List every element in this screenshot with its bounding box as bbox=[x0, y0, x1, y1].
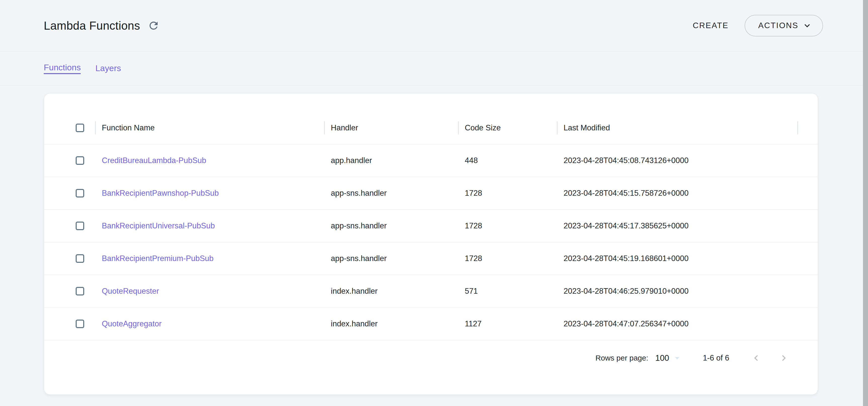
last-modified-cell: 2023-04-28T04:45:17.385625+0000 bbox=[558, 210, 798, 242]
refresh-icon bbox=[148, 20, 160, 32]
select-all-checkbox[interactable] bbox=[76, 124, 84, 132]
rows-per-page-select[interactable]: 100 bbox=[655, 352, 683, 364]
row-checkbox-cell bbox=[64, 242, 96, 275]
row-checkbox-cell bbox=[64, 308, 96, 340]
row-checkbox[interactable] bbox=[76, 189, 84, 198]
chevron-left-icon bbox=[750, 352, 762, 364]
function-name-link[interactable]: BankRecipientPremium-PubSub bbox=[102, 254, 214, 263]
table-body: CreditBureauLambda-PubSub app.handler 44… bbox=[44, 144, 818, 340]
actions-button-label: ACTIONS bbox=[758, 21, 798, 30]
last-modified-cell: 2023-04-28T04:45:08.743126+0000 bbox=[558, 144, 798, 177]
function-name-link[interactable]: BankRecipientUniversal-PubSub bbox=[102, 221, 215, 230]
function-name-link[interactable]: QuoteAggregator bbox=[102, 319, 162, 328]
handler-cell: app-sns.handler bbox=[325, 177, 459, 209]
handler-cell: app.handler bbox=[325, 144, 459, 177]
code-size-cell: 448 bbox=[459, 144, 558, 177]
function-name-link[interactable]: CreditBureauLambda-PubSub bbox=[102, 156, 206, 165]
column-header-handler[interactable]: Handler bbox=[325, 112, 459, 144]
last-modified-cell: 2023-04-28T04:47:07.256347+0000 bbox=[558, 308, 798, 340]
refresh-button[interactable] bbox=[148, 20, 160, 32]
tab-layers[interactable]: Layers bbox=[95, 63, 121, 73]
table-row: CreditBureauLambda-PubSub app.handler 44… bbox=[44, 144, 818, 177]
functions-table: Function Name Handler Code Size Last Mod… bbox=[44, 112, 818, 340]
app-header: Lambda Functions CREATE ACTIONS bbox=[0, 0, 868, 52]
actions-button[interactable]: ACTIONS bbox=[745, 15, 823, 36]
row-checkbox-cell bbox=[64, 144, 96, 177]
table-row: QuoteAggregator index.handler 1127 2023-… bbox=[44, 308, 818, 340]
table-row: BankRecipientPawnshop-PubSub app-sns.han… bbox=[44, 177, 818, 210]
page-title: Lambda Functions bbox=[44, 19, 140, 32]
select-dropdown-icon bbox=[669, 352, 683, 364]
column-header-last-modified[interactable]: Last Modified bbox=[558, 112, 798, 144]
previous-page-button[interactable] bbox=[747, 349, 765, 367]
table-header-row: Function Name Handler Code Size Last Mod… bbox=[44, 112, 818, 144]
column-header-function-name[interactable]: Function Name bbox=[96, 112, 325, 144]
table-row: BankRecipientPremium-PubSub app-sns.hand… bbox=[44, 242, 818, 275]
function-name-link[interactable]: QuoteRequester bbox=[102, 287, 159, 296]
chevron-right-icon bbox=[778, 352, 789, 364]
code-size-cell: 1728 bbox=[459, 210, 558, 242]
last-modified-cell: 2023-04-28T04:46:25.979010+0000 bbox=[558, 275, 798, 307]
handler-cell: index.handler bbox=[325, 275, 459, 307]
tab-bar: Functions Layers bbox=[0, 52, 868, 86]
code-size-cell: 1728 bbox=[459, 177, 558, 209]
pagination-range-label: 1-6 of 6 bbox=[703, 353, 729, 363]
row-checkbox[interactable] bbox=[76, 319, 84, 328]
last-modified-cell: 2023-04-28T04:45:19.168601+0000 bbox=[558, 242, 798, 275]
create-button[interactable]: CREATE bbox=[687, 16, 735, 35]
row-checkbox[interactable] bbox=[76, 222, 84, 230]
last-modified-cell: 2023-04-28T04:45:15.758726+0000 bbox=[558, 177, 798, 209]
functions-table-card: Function Name Handler Code Size Last Mod… bbox=[44, 93, 818, 395]
code-size-cell: 1127 bbox=[459, 308, 558, 340]
row-checkbox[interactable] bbox=[76, 254, 84, 263]
next-page-button[interactable] bbox=[775, 349, 793, 367]
row-checkbox-cell bbox=[64, 210, 96, 242]
page-scrollbar[interactable] bbox=[863, 0, 868, 406]
handler-cell: app-sns.handler bbox=[325, 210, 459, 242]
handler-cell: index.handler bbox=[325, 308, 459, 340]
code-size-cell: 571 bbox=[459, 275, 558, 307]
handler-cell: app-sns.handler bbox=[325, 242, 459, 275]
table-row: BankRecipientUniversal-PubSub app-sns.ha… bbox=[44, 210, 818, 242]
row-checkbox-cell bbox=[64, 275, 96, 307]
table-row: QuoteRequester index.handler 571 2023-04… bbox=[44, 275, 818, 308]
row-checkbox-cell bbox=[64, 177, 96, 209]
column-header-code-size[interactable]: Code Size bbox=[459, 112, 558, 144]
rows-per-page-value: 100 bbox=[655, 353, 669, 363]
code-size-cell: 1728 bbox=[459, 242, 558, 275]
row-checkbox[interactable] bbox=[76, 156, 84, 165]
select-all-cell bbox=[64, 112, 96, 144]
row-checkbox[interactable] bbox=[76, 287, 84, 296]
rows-per-page-label: Rows per page: bbox=[595, 354, 648, 362]
main-area: Function Name Handler Code Size Last Mod… bbox=[0, 86, 868, 395]
chevron-down-icon bbox=[798, 20, 812, 31]
tab-functions[interactable]: Functions bbox=[44, 63, 81, 74]
table-footer: Rows per page: 100 1-6 of 6 bbox=[44, 340, 818, 376]
function-name-link[interactable]: BankRecipientPawnshop-PubSub bbox=[102, 189, 219, 198]
